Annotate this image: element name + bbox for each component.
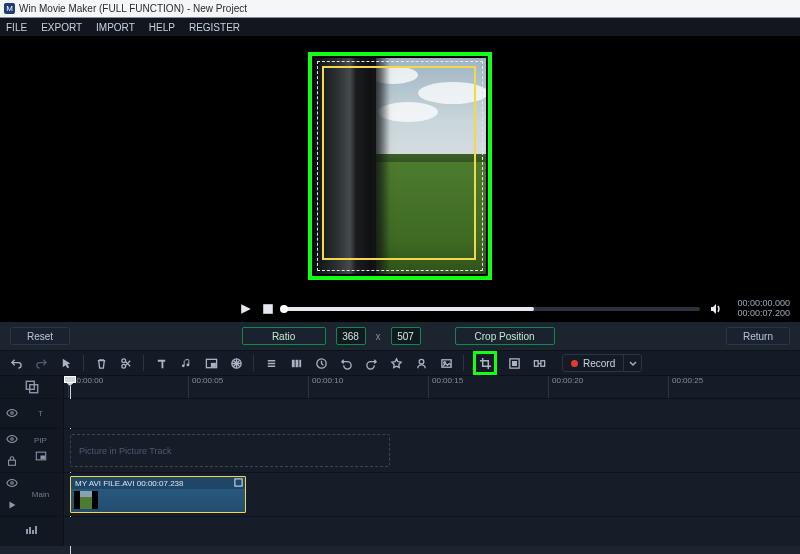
pip-small-icon — [35, 448, 47, 466]
playback-bar: 00:00:00.000 00:00:07.200 — [0, 296, 800, 322]
time-display: 00:00:00.000 00:00:07.200 — [732, 299, 790, 319]
eye-icon[interactable] — [6, 475, 18, 493]
lane-label-main: Main — [24, 490, 57, 499]
list-icon[interactable] — [263, 355, 279, 371]
lane-head-pip: PIP — [0, 429, 64, 472]
music-icon[interactable] — [178, 355, 194, 371]
crop-controls: Reset Ratio 368 x 507 Crop Position Retu… — [0, 322, 800, 350]
seek-slider[interactable] — [284, 307, 700, 311]
video-clip[interactable]: MY AVI FILE.AVI 00:00:07.238 — [70, 476, 246, 513]
svg-marker-0 — [241, 304, 251, 314]
svg-marker-27 — [9, 501, 15, 508]
svg-marker-2 — [711, 304, 716, 314]
ruler-major: 00:00:10 — [308, 376, 343, 398]
eye-icon[interactable] — [6, 431, 18, 449]
menu-file[interactable]: FILE — [6, 22, 27, 33]
svg-point-21 — [11, 411, 14, 414]
time-ruler[interactable]: 00:00:00 00:00:05 00:00:10 00:00:15 00:0… — [64, 376, 800, 398]
svg-rect-29 — [26, 529, 28, 534]
text-tool-icon[interactable] — [153, 355, 169, 371]
layers-icon — [24, 379, 40, 395]
clip-label: MY AVI FILE.AVI 00:00:07.238 — [71, 477, 245, 489]
lane-head-layers[interactable] — [0, 376, 64, 398]
crop-position-button[interactable]: Crop Position — [455, 327, 555, 345]
reset-button[interactable]: Reset — [10, 327, 70, 345]
split-icon[interactable] — [118, 355, 134, 371]
crop-tool-icon[interactable] — [477, 355, 493, 371]
svg-rect-18 — [540, 360, 544, 366]
time-total: 00:00:07.200 — [732, 309, 790, 319]
svg-rect-30 — [29, 527, 31, 534]
track-pip[interactable]: Picture in Picture Track — [64, 429, 800, 472]
stop-button[interactable] — [262, 303, 274, 315]
preview-area — [0, 36, 800, 296]
lane-text: T — [0, 398, 800, 428]
redo-icon[interactable] — [33, 355, 49, 371]
volume-button[interactable] — [710, 303, 722, 315]
svg-point-3 — [121, 358, 125, 362]
star-icon[interactable] — [388, 355, 404, 371]
cursor-icon[interactable] — [58, 355, 74, 371]
transition-icon[interactable] — [531, 355, 547, 371]
eye-icon[interactable] — [6, 405, 18, 423]
return-button[interactable]: Return — [726, 327, 790, 345]
svg-rect-23 — [9, 460, 16, 465]
svg-rect-32 — [35, 526, 37, 534]
track-audio[interactable] — [64, 517, 800, 546]
mask-square-icon[interactable] — [506, 355, 522, 371]
pip-icon[interactable] — [203, 355, 219, 371]
crop-height[interactable]: 507 — [391, 327, 421, 345]
record-button[interactable]: Record — [563, 358, 623, 369]
crop-frame[interactable] — [314, 58, 486, 274]
window-title: Win Movie Maker (FULL FUNCTION) - New Pr… — [19, 3, 247, 14]
timeline: 00:00:00 00:00:05 00:00:10 00:00:15 00:0… — [0, 376, 800, 546]
menu-import[interactable]: IMPORT — [96, 22, 135, 33]
menu-export[interactable]: EXPORT — [41, 22, 82, 33]
crop-width[interactable]: 368 — [336, 327, 366, 345]
svg-rect-1 — [263, 304, 273, 314]
undo-icon[interactable] — [8, 355, 24, 371]
svg-rect-10 — [299, 359, 301, 366]
svg-point-4 — [121, 364, 125, 368]
play-small-icon[interactable] — [6, 497, 18, 515]
user-icon[interactable] — [413, 355, 429, 371]
filters-icon[interactable] — [228, 355, 244, 371]
video-preview — [314, 58, 486, 274]
rotate-ccw-icon[interactable] — [338, 355, 354, 371]
history-icon[interactable] — [313, 355, 329, 371]
clip-thumbnail — [74, 491, 98, 509]
track-main[interactable]: MY AVI FILE.AVI 00:00:07.238 — [64, 473, 800, 516]
delete-icon[interactable] — [93, 355, 109, 371]
track-text[interactable] — [64, 399, 800, 428]
lane-head-main: Main — [0, 473, 64, 516]
lane-head-audio — [0, 517, 64, 546]
play-button[interactable] — [240, 303, 252, 315]
svg-point-22 — [11, 437, 14, 440]
ratio-button[interactable]: Ratio — [242, 327, 326, 345]
ruler-major: 00:00:00 — [68, 376, 103, 398]
ruler-major: 00:00:05 — [188, 376, 223, 398]
svg-rect-17 — [534, 360, 538, 366]
columns-icon[interactable] — [288, 355, 304, 371]
lock-icon[interactable] — [6, 453, 18, 471]
menu-register[interactable]: REGISTER — [189, 22, 240, 33]
lane-audio — [0, 516, 800, 546]
record-label: Record — [583, 358, 615, 369]
rotate-cw-icon[interactable] — [363, 355, 379, 371]
menu-bar: FILE EXPORT IMPORT HELP REGISTER — [0, 18, 800, 36]
menu-help[interactable]: HELP — [149, 22, 175, 33]
ruler-major: 00:00:25 — [668, 376, 703, 398]
ruler-major: 00:00:20 — [548, 376, 583, 398]
app-logo-icon: M — [4, 3, 15, 14]
svg-rect-31 — [32, 530, 34, 534]
timeline-toolbar: Record — [0, 350, 800, 376]
time-ruler-row: 00:00:00 00:00:05 00:00:10 00:00:15 00:0… — [0, 376, 800, 398]
record-dropdown[interactable] — [623, 355, 641, 371]
svg-rect-9 — [295, 359, 298, 366]
svg-rect-28 — [235, 479, 242, 486]
clip-badge-icon — [234, 478, 243, 489]
svg-point-12 — [419, 359, 424, 364]
pip-placeholder[interactable]: Picture in Picture Track — [70, 434, 390, 467]
image-icon[interactable] — [438, 355, 454, 371]
lane-pip: PIP Picture in Picture Track — [0, 428, 800, 472]
